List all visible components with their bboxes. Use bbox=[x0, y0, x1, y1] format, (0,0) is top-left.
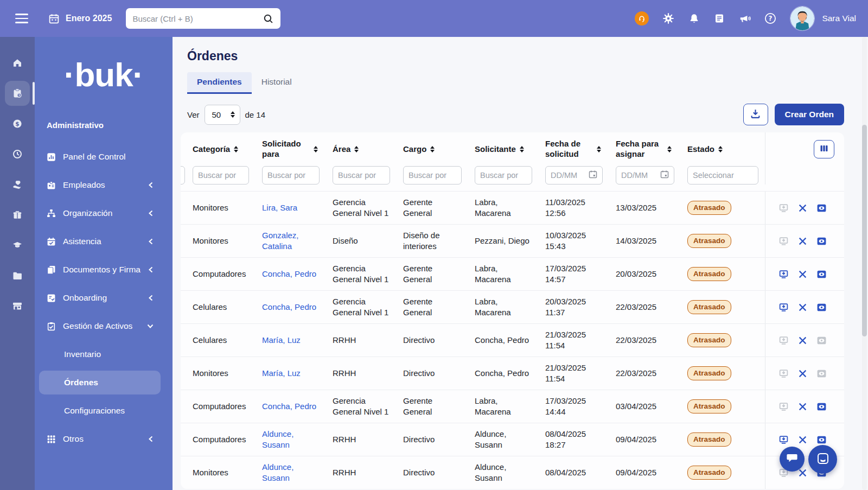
search-icon[interactable] bbox=[262, 12, 274, 24]
global-search-input[interactable] bbox=[132, 14, 262, 23]
view-order-icon-button[interactable] bbox=[816, 336, 827, 345]
cancel-order-icon-button[interactable] bbox=[798, 369, 807, 378]
cell-solicitado-para-link[interactable]: María, Luz bbox=[256, 330, 326, 351]
cell-solicitado-para-link[interactable]: Aldunce, Susann bbox=[256, 457, 326, 489]
user-name[interactable]: Sara Vial bbox=[822, 14, 856, 23]
announcements-megaphone-icon[interactable] bbox=[739, 12, 751, 24]
calendar-icon[interactable] bbox=[589, 170, 597, 181]
column-sort-solicitado-para[interactable]: Solicitado para bbox=[256, 133, 326, 165]
cell-solicitado-para-link[interactable]: Concha, Pedro bbox=[256, 297, 326, 317]
svg-text:$: $ bbox=[15, 120, 19, 127]
assign-order-icon-button[interactable] bbox=[778, 435, 789, 445]
user-avatar[interactable] bbox=[790, 6, 815, 31]
rail-time-icon[interactable] bbox=[0, 139, 35, 169]
cancel-order-icon-button[interactable] bbox=[798, 270, 807, 279]
sidebar-item-otros[interactable]: Otros bbox=[35, 427, 163, 451]
calendar-icon[interactable] bbox=[660, 170, 669, 181]
column-sort-estado[interactable]: Estado bbox=[681, 139, 765, 160]
view-order-icon-button[interactable] bbox=[816, 303, 827, 312]
cancel-order-icon-button[interactable] bbox=[798, 237, 807, 246]
view-order-icon-button[interactable] bbox=[816, 402, 827, 411]
assign-order-icon-button[interactable] bbox=[778, 236, 789, 246]
column-sort-area[interactable]: Área bbox=[326, 139, 397, 160]
filter-categoria-input[interactable] bbox=[198, 171, 244, 180]
tab-pendientes[interactable]: Pendientes bbox=[187, 72, 252, 94]
cancel-order-icon-button[interactable] bbox=[798, 435, 807, 444]
sidebar-item-empleados[interactable]: Empleados bbox=[35, 173, 163, 197]
column-sort-fecha-solicitud[interactable]: Fecha de solicitud bbox=[539, 133, 609, 165]
cell-cargo: Gerente General bbox=[397, 391, 468, 423]
export-button[interactable] bbox=[743, 104, 768, 125]
rail-gift-icon[interactable] bbox=[0, 200, 35, 230]
view-order-icon-button[interactable] bbox=[816, 270, 827, 279]
rail-training-icon[interactable] bbox=[0, 230, 35, 260]
sidebar-item-gestion-de-activos[interactable]: Gestión de Activos bbox=[35, 314, 163, 338]
sidebar-item-organizacion[interactable]: Organización bbox=[35, 201, 163, 225]
chat-bubble-button[interactable] bbox=[780, 447, 805, 472]
sidebar-item-panel-de-control[interactable]: Panel de Control bbox=[35, 145, 163, 169]
rail-home-icon[interactable] bbox=[0, 48, 35, 78]
settings-gear-icon[interactable] bbox=[662, 12, 674, 24]
sort-icon bbox=[430, 146, 435, 152]
cancel-order-icon-button[interactable] bbox=[798, 468, 807, 478]
sidebar-subitem-configuraciones[interactable]: Configuraciones bbox=[39, 399, 161, 423]
view-order-icon-button[interactable] bbox=[816, 369, 827, 378]
clipped-filter-input[interactable] bbox=[181, 166, 186, 184]
help-icon[interactable]: ? bbox=[764, 12, 776, 24]
rail-benefits-icon[interactable] bbox=[0, 169, 35, 200]
view-order-icon-button[interactable] bbox=[816, 435, 827, 444]
cancel-order-icon-button[interactable] bbox=[798, 402, 807, 411]
create-order-button[interactable]: Crear Orden bbox=[775, 104, 844, 125]
filter-estado-select[interactable]: Seleccionar bbox=[687, 166, 758, 184]
cell-solicitado-para-link[interactable]: Aldunce, Susann bbox=[256, 424, 326, 456]
assign-order-icon-button[interactable] bbox=[778, 302, 789, 313]
filter-solicitante-input[interactable] bbox=[480, 171, 527, 180]
column-sort-cargo[interactable]: Cargo bbox=[397, 139, 468, 160]
view-order-icon-button[interactable] bbox=[816, 237, 827, 246]
assign-order-icon-button[interactable] bbox=[778, 368, 789, 379]
assign-order-icon-button[interactable] bbox=[778, 335, 789, 346]
table-row: Monitores María, Luz RRHH Directivo Conc… bbox=[181, 357, 844, 390]
column-sort-fecha-asignar[interactable]: Fecha para asignar bbox=[609, 133, 681, 165]
cancel-order-icon-button[interactable] bbox=[798, 203, 807, 213]
tab-historial[interactable]: Historial bbox=[252, 72, 302, 94]
filter-fecha-solicitud-input[interactable] bbox=[551, 171, 585, 180]
notifications-bell-icon[interactable] bbox=[688, 12, 700, 24]
assign-order-icon-button[interactable] bbox=[778, 269, 789, 279]
page-size-select[interactable]: 50 bbox=[205, 105, 240, 125]
assign-order-icon-button[interactable] bbox=[778, 203, 789, 213]
cell-solicitado-para-link[interactable]: María, Luz bbox=[256, 363, 326, 384]
cell-solicitado-para-link[interactable]: Concha, Pedro bbox=[256, 396, 326, 417]
column-sort-categoria[interactable]: Categoría bbox=[186, 139, 256, 160]
vertical-scrollbar-thumb[interactable] bbox=[862, 125, 867, 336]
assign-order-icon-button[interactable] bbox=[778, 402, 789, 412]
filter-area-input[interactable] bbox=[338, 171, 385, 180]
view-order-icon-button[interactable] bbox=[816, 203, 827, 213]
sidebar-item-asistencia[interactable]: Asistencia bbox=[35, 230, 163, 253]
cell-area: Gerencia General Nivel 1 bbox=[326, 258, 397, 290]
cell-solicitado-para-link[interactable]: Concha, Pedro bbox=[256, 264, 326, 284]
rail-store-icon[interactable] bbox=[0, 291, 35, 321]
cancel-order-icon-button[interactable] bbox=[798, 303, 807, 312]
sidebar-subitem-ordenes[interactable]: Órdenes bbox=[39, 371, 161, 394]
cell-solicitado-para-link[interactable]: Gonzalez, Catalina bbox=[256, 225, 326, 257]
messenger-button[interactable] bbox=[808, 445, 837, 474]
assistant-icon[interactable] bbox=[635, 11, 649, 26]
menu-toggle-button[interactable] bbox=[15, 14, 28, 23]
sidebar-item-documentos-y-firma[interactable]: Documentos y Firma bbox=[35, 258, 163, 282]
column-sort-solicitante[interactable]: Solicitante bbox=[468, 139, 539, 160]
filter-cargo-input[interactable] bbox=[409, 171, 456, 180]
rail-payroll-icon[interactable]: $ bbox=[0, 109, 35, 139]
rail-files-icon[interactable] bbox=[0, 260, 35, 291]
calendar-icon bbox=[48, 12, 60, 24]
rail-asset-management-icon[interactable] bbox=[0, 78, 35, 109]
column-settings-button[interactable] bbox=[814, 140, 834, 158]
filter-fecha-asignar-input[interactable] bbox=[621, 171, 657, 180]
notes-icon[interactable] bbox=[713, 12, 725, 24]
sidebar-subitem-inventario[interactable]: Inventario bbox=[39, 342, 161, 366]
cell-solicitado-para-link[interactable]: Lira, Sara bbox=[256, 198, 326, 218]
cancel-order-icon-button[interactable] bbox=[798, 336, 807, 345]
period-selector[interactable]: Enero 2025 bbox=[48, 12, 112, 24]
sidebar-item-onboarding[interactable]: Onboarding bbox=[35, 286, 163, 310]
filter-solicitado-para-input[interactable] bbox=[267, 171, 314, 180]
